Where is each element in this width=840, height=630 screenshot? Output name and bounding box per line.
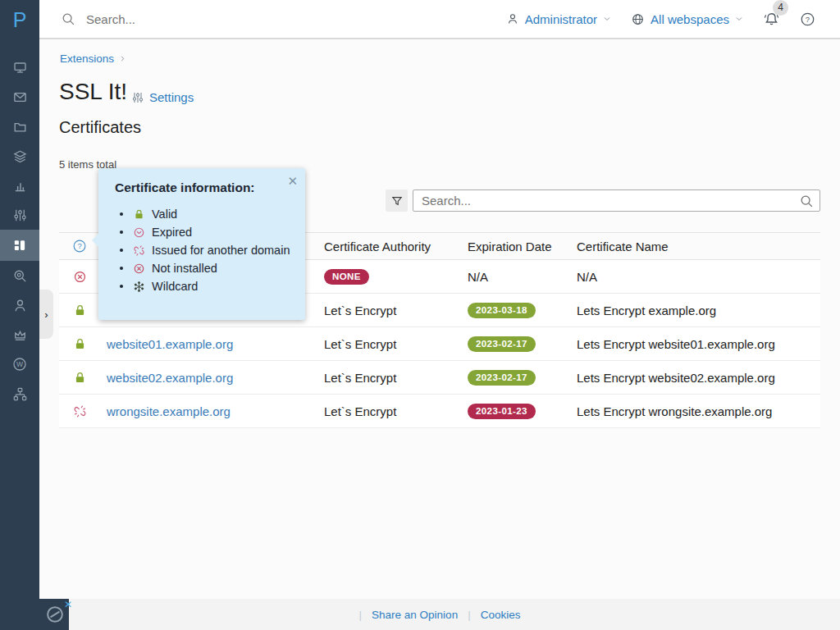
header-expiration-date: Expiration Date: [468, 240, 577, 253]
sidebar-item-files folder-icon[interactable]: [0, 112, 39, 141]
feedback-icon[interactable]: [44, 604, 66, 625]
legend-item-wildcard: Wildcard: [115, 280, 294, 293]
not-installed-icon: [59, 270, 100, 284]
svg-text:?: ?: [77, 241, 81, 250]
administrator-label: Administrator: [525, 12, 597, 26]
notifications-button[interactable]: 4: [763, 11, 780, 28]
webspaces-menu[interactable]: All webspaces: [631, 12, 743, 26]
sidebar-item-wordpress wordpress-icon[interactable]: W: [0, 349, 39, 379]
bullet: [120, 285, 123, 288]
filter-button funnel-icon[interactable]: [386, 189, 408, 212]
cookies-link[interactable]: Cookies: [481, 609, 521, 621]
authority-value: Let`s Encrypt: [324, 404, 468, 418]
sidebar-item-statistics stats-icon[interactable]: [0, 171, 39, 200]
sidebar-nav: W: [0, 39, 39, 630]
chevron-down-icon: [735, 15, 743, 23]
certificate-name: Lets Encrypt website02.example.org: [577, 371, 820, 385]
tooltip-legend-list: Valid Expired Issued for another domain …: [115, 208, 294, 293]
certificate-info-tooltip: ✕ Certificate information: Valid Expired…: [98, 168, 305, 320]
sidebar-item-mail mail-icon[interactable]: [0, 82, 39, 112]
table-row: website02.example.org Let`s Encrypt 2023…: [59, 361, 820, 395]
valid-lock-icon: [59, 337, 100, 351]
feedback-close-icon[interactable]: ✕: [64, 599, 72, 610]
global-search[interactable]: [61, 11, 506, 26]
table-row: wrongsite.example.org Let`s Encrypt 2023…: [59, 395, 820, 428]
broken-chain-icon: [59, 404, 100, 418]
legend-label: Wildcard: [152, 280, 198, 293]
sidebar-item-websites monitor-icon[interactable]: [0, 52, 39, 82]
search-icon: [61, 11, 75, 26]
sidebar-item-sites network-icon[interactable]: [0, 379, 39, 409]
authority-badge: NONE: [324, 269, 369, 285]
sliders-icon: [131, 91, 144, 104]
sidebar-item-premium crown-icon[interactable]: [0, 320, 39, 349]
share-opinion-link[interactable]: Share an Opinion: [372, 609, 458, 621]
footer-separator: |: [359, 609, 363, 621]
expiration-value: N/A: [468, 270, 577, 284]
close-icon[interactable]: ✕: [287, 175, 298, 187]
authority-value: Let`s Encrypt: [324, 371, 468, 385]
legend-label: Not installed: [152, 262, 217, 275]
legend-item-valid: Valid: [115, 208, 294, 221]
feedback-widget: ✕: [0, 599, 69, 630]
bullet: [120, 249, 123, 252]
legend-label: Issued for another domain: [152, 244, 290, 257]
table-search: [413, 189, 820, 212]
domain-link[interactable]: website01.example.org: [107, 337, 233, 351]
header-certificate-authority: Certificate Authority: [324, 240, 468, 253]
sidebar-item-tools sliders-icon[interactable]: [0, 200, 39, 230]
chevron-right-icon: [119, 55, 126, 62]
certificate-name: Lets Encrypt website01.example.org: [577, 337, 820, 351]
settings-link[interactable]: Settings: [131, 90, 194, 104]
certificate-name: Lets Encrypt example.org: [577, 304, 820, 317]
svg-text:W: W: [16, 360, 23, 368]
top-bar: Administrator All webspaces 4 ?: [39, 0, 840, 39]
top-bar-right: Administrator All webspaces 4 ?: [506, 11, 840, 28]
certificate-name: N/A: [577, 270, 820, 284]
table-row: website01.example.org Let`s Encrypt 2023…: [59, 327, 820, 361]
expiration-badge: 2023-01-23: [468, 404, 536, 419]
sidebar-item-users user-icon[interactable]: [0, 290, 39, 320]
chevron-down-icon: [603, 15, 611, 23]
globe-icon: [631, 12, 645, 26]
settings-label: Settings: [149, 90, 194, 104]
legend-label: Expired: [152, 226, 192, 239]
expired-icon: [133, 226, 145, 239]
header-certificate-name: Certificate Name: [577, 240, 820, 253]
legend-item-issued-for-another-domain: Issued for another domain: [115, 244, 294, 257]
logo-letter: P: [13, 8, 27, 32]
help-button[interactable]: ?: [800, 11, 815, 27]
administrator-menu[interactable]: Administrator: [506, 12, 611, 26]
domain-link[interactable]: website02.example.org: [107, 371, 233, 385]
valid-lock-icon: [59, 304, 100, 317]
table-search-input[interactable]: [413, 194, 799, 208]
global-search-input[interactable]: [86, 12, 332, 26]
expiration-badge: 2023-02-17: [468, 336, 536, 352]
bullet: [120, 267, 123, 270]
sidebar-item-seo seo-search-icon[interactable]: [0, 261, 39, 290]
notification-count-badge: 4: [773, 0, 788, 16]
page-title: SSL It!: [59, 79, 127, 105]
breadcrumb-extensions-link[interactable]: Extensions: [60, 52, 114, 65]
expiration-badge: 2023-03-18: [468, 303, 536, 318]
authority-value: Let`s Encrypt: [324, 337, 468, 351]
lock-icon: [133, 208, 145, 221]
tooltip-notch: [92, 234, 98, 247]
search-icon[interactable]: [799, 194, 819, 208]
sidebar-expand-handle chevron-right-icon[interactable]: ›: [39, 290, 53, 339]
valid-lock-icon: [59, 371, 100, 385]
not-installed-icon: [133, 262, 145, 275]
broken-chain-icon: [133, 244, 145, 257]
domain-link[interactable]: wrongsite.example.org: [107, 404, 231, 418]
authority-value: Let`s Encrypt: [324, 304, 468, 317]
sidebar-item-databases layers-icon[interactable]: [0, 141, 39, 171]
legend-item-not-installed: Not installed: [115, 262, 294, 275]
webspaces-label: All webspaces: [651, 12, 729, 26]
sidebar-item-extensions extensions-icon[interactable]: [0, 230, 39, 261]
footer-separator: |: [468, 609, 471, 621]
legend-label: Valid: [152, 208, 177, 221]
legend-item-expired: Expired: [115, 226, 294, 239]
plesk-logo[interactable]: P: [0, 0, 39, 39]
bullet: [120, 212, 123, 216]
section-title: Certificates: [59, 118, 141, 137]
